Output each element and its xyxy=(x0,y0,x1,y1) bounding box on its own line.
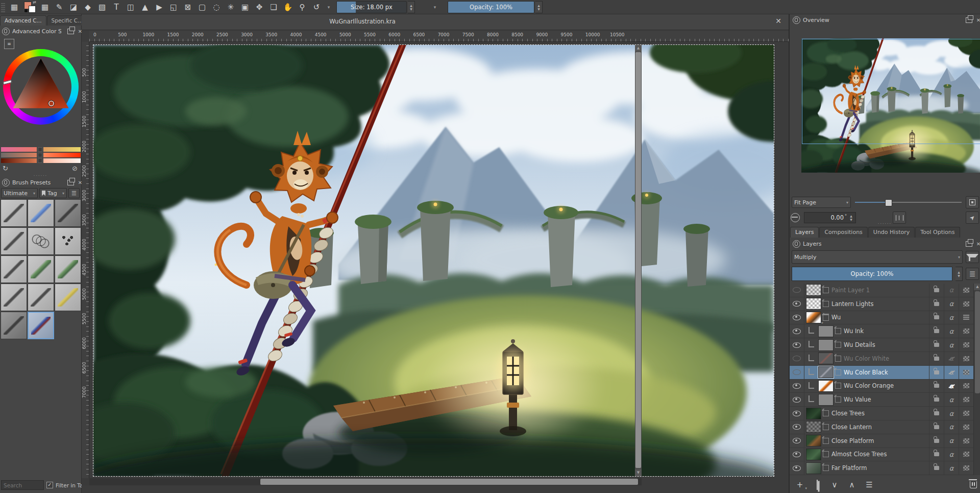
transform-tool-icon[interactable]: ▣ xyxy=(238,1,252,13)
layer-properties-button[interactable]: ☰ xyxy=(863,480,875,489)
layer-lock-toggle[interactable] xyxy=(929,297,944,311)
layer-visibility-toggle[interactable] xyxy=(790,284,804,297)
outline-selection-tool-icon[interactable]: ◌ xyxy=(210,1,223,13)
layer-lock-toggle[interactable] xyxy=(929,461,944,475)
preset-wet-ink-brush[interactable] xyxy=(28,312,54,339)
layer-lock-toggle[interactable] xyxy=(929,324,944,338)
layer-lock-toggle[interactable] xyxy=(929,380,944,393)
inherit-alpha-toggle[interactable] xyxy=(959,434,973,448)
alpha-lock-toggle[interactable]: α xyxy=(944,311,959,324)
shade-strip-row[interactable] xyxy=(1,153,81,157)
layer-lock-toggle[interactable] xyxy=(929,407,944,420)
close-docker-icon[interactable]: ✕ xyxy=(975,17,980,23)
inherit-alpha-toggle[interactable] xyxy=(959,311,973,324)
canvas-vertical-scrollbar[interactable]: ▲ ▼ xyxy=(635,45,642,476)
pan-tool-icon[interactable]: ✋ xyxy=(281,1,295,13)
layer-visibility-toggle[interactable] xyxy=(790,338,804,351)
alpha-lock-toggle[interactable]: α xyxy=(944,284,959,297)
alpha-lock-toggle[interactable]: α xyxy=(944,366,959,379)
toolbar-grip[interactable] xyxy=(1,2,5,12)
alpha-lock-toggle[interactable]: α xyxy=(944,324,959,338)
freehand-brush-tool-icon[interactable]: ✎ xyxy=(53,1,66,13)
layer-row[interactable]: ⌄ Wu α xyxy=(790,311,980,325)
swap-colors-icon[interactable]: ⇄ xyxy=(33,0,36,5)
eraser-tool-icon[interactable]: ◪ xyxy=(67,1,80,13)
alpha-lock-toggle[interactable]: α xyxy=(944,448,959,461)
preset-highlighter[interactable] xyxy=(55,284,81,311)
layer-visibility-toggle[interactable] xyxy=(790,311,804,324)
lock-docker-icon[interactable] xyxy=(793,16,800,24)
preset-pencil-2b[interactable] xyxy=(1,284,27,311)
inherit-alpha-toggle[interactable] xyxy=(959,284,973,297)
flip-vertical-tool-icon[interactable]: ▲ xyxy=(138,1,152,13)
layer-visibility-toggle[interactable] xyxy=(790,420,804,434)
rectangular-selection-tool-icon[interactable]: ▢ xyxy=(195,1,209,13)
overview-thumbnail[interactable] xyxy=(801,38,980,173)
layer-list-scrollbar[interactable]: ▲ xyxy=(973,284,980,475)
lock-docker-icon[interactable] xyxy=(2,179,10,186)
layer-visibility-toggle[interactable] xyxy=(790,393,804,406)
layer-row[interactable]: ⌄ Wu Color Black α xyxy=(790,366,980,380)
angle-spinner[interactable]: ▲▼ xyxy=(848,213,854,222)
canvas-artwork[interactable] xyxy=(93,45,774,476)
layer-opacity-slider[interactable]: Opacity: 100% xyxy=(792,267,952,281)
layer-visibility-toggle[interactable] xyxy=(790,380,804,393)
layer-visibility-toggle[interactable] xyxy=(790,407,804,420)
move-tool-icon[interactable]: ✥ xyxy=(253,1,266,13)
size-options-caret[interactable]: ▾ xyxy=(430,5,439,10)
inherit-alpha-toggle[interactable] xyxy=(959,393,973,406)
move-layer-down-button[interactable]: ∨ xyxy=(828,480,841,489)
brush-opacity-slider[interactable]: Opacity: 100% xyxy=(448,1,534,13)
search-input[interactable] xyxy=(1,480,44,490)
fit-canvas-button[interactable] xyxy=(966,196,979,208)
tab-advanced-color-selector[interactable]: Advanced C... xyxy=(0,15,46,26)
docker-splitter[interactable]: ······ xyxy=(790,222,980,226)
layer-row[interactable]: ⌄ Far Platform α xyxy=(790,461,980,475)
inherit-alpha-toggle[interactable] xyxy=(959,407,973,420)
zoom-slider[interactable] xyxy=(855,199,962,206)
inherit-alpha-toggle[interactable] xyxy=(959,420,973,434)
zoom-tool-icon[interactable]: ⚲ xyxy=(296,1,309,13)
layer-scroll-thumb[interactable] xyxy=(975,291,980,393)
alpha-lock-toggle[interactable]: α xyxy=(944,352,959,365)
layer-visibility-toggle[interactable] xyxy=(790,448,804,461)
layer-lock-toggle[interactable] xyxy=(929,420,944,434)
horizontal-scroll-thumb[interactable] xyxy=(260,479,638,485)
hue-ring[interactable] xyxy=(3,49,79,125)
color-selector-settings-button[interactable]: ≡ xyxy=(4,39,14,49)
layer-lock-toggle[interactable] xyxy=(929,311,944,324)
tab-layers[interactable]: Layers xyxy=(790,227,819,238)
layer-row[interactable]: ⌄ Wu Ink α xyxy=(790,324,980,338)
preset-pencil-4b[interactable] xyxy=(1,227,27,255)
layer-lock-toggle[interactable] xyxy=(929,393,944,406)
canvas-rotation-dial-icon[interactable] xyxy=(791,213,800,222)
inherit-alpha-toggle[interactable] xyxy=(959,461,973,475)
choose-workspace-icon[interactable]: ▦ xyxy=(38,1,52,13)
layer-row[interactable]: ⌄ Wu Value α xyxy=(790,393,980,407)
inherit-alpha-toggle[interactable] xyxy=(959,324,973,338)
alpha-lock-toggle[interactable]: α xyxy=(944,297,959,311)
preset-engine-combo[interactable]: Ultimate ▾ xyxy=(1,188,38,198)
choose-workspace-button[interactable]: ▦ xyxy=(8,1,21,13)
layer-row[interactable]: ⌄ Lantern Lights α xyxy=(790,297,980,311)
group-expand-icon[interactable]: ⌄ xyxy=(820,319,824,324)
preset-technical-pen[interactable] xyxy=(1,255,27,283)
tag-combo[interactable]: Tag ▾ xyxy=(39,188,67,198)
layer-lock-toggle[interactable] xyxy=(929,338,944,351)
gradient-tool-icon[interactable]: ▧ xyxy=(95,1,109,13)
blend-mode-combo[interactable]: Multiply ▾ xyxy=(792,250,963,264)
layer-lock-toggle[interactable] xyxy=(929,448,944,461)
layer-lock-toggle[interactable] xyxy=(929,434,944,448)
alpha-lock-toggle[interactable]: α xyxy=(944,420,959,434)
zoom-mode-combo[interactable]: Fit Page ▾ xyxy=(792,197,851,208)
flip-horizontal-tool-icon[interactable]: ▶ xyxy=(153,1,166,13)
layer-visibility-toggle[interactable] xyxy=(790,461,804,475)
layer-row[interactable]: ⌄ Close Lantern α xyxy=(790,420,980,434)
inherit-alpha-toggle[interactable] xyxy=(959,366,973,379)
layer-visibility-toggle[interactable] xyxy=(790,324,804,338)
float-docker-icon[interactable] xyxy=(966,241,972,247)
reset-rotation-icon[interactable]: ↺ xyxy=(310,1,323,13)
preset-ballpoint-blue[interactable] xyxy=(28,199,54,227)
preset-marker-dark[interactable] xyxy=(55,199,81,227)
tab-undo-history[interactable]: Undo History xyxy=(868,227,915,238)
